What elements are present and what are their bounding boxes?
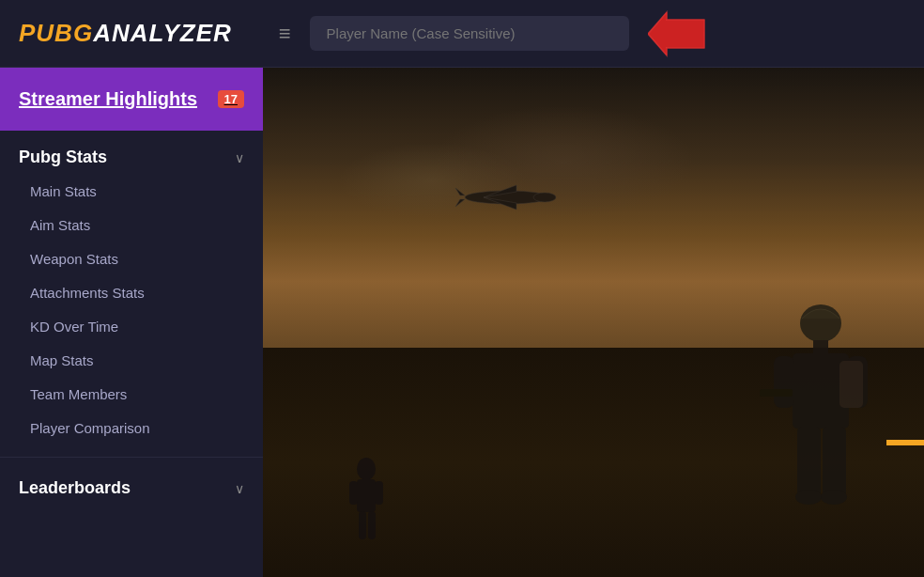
sidebar-item-team-members[interactable]: Team Members	[26, 378, 244, 412]
sidebar-divider	[0, 457, 263, 458]
team-members-label: Team Members	[30, 386, 127, 402]
sidebar: Streamer Highlights 17 Pubg Stats ∨ Main…	[0, 68, 263, 577]
sidebar-item-main-stats[interactable]: Main Stats	[26, 175, 244, 209]
background-scene	[263, 68, 924, 577]
small-figure-silhouette	[338, 455, 394, 549]
content-area	[263, 68, 924, 577]
svg-marker-5	[455, 188, 465, 195]
main-stats-label: Main Stats	[30, 183, 97, 199]
svg-rect-11	[774, 356, 794, 408]
sidebar-item-aim-stats[interactable]: Aim Stats	[26, 209, 244, 242]
svg-point-19	[357, 458, 376, 480]
leaderboards-title: Leaderboards	[19, 478, 131, 498]
svg-rect-14	[797, 427, 821, 497]
svg-marker-0	[648, 12, 704, 55]
leaderboards-header[interactable]: Leaderboards ∨	[19, 478, 244, 498]
sidebar-streamer-highlights-label: Streamer Highlights	[19, 88, 197, 110]
pubg-stats-title: Pubg Stats	[19, 148, 107, 167]
logo-analyzer: ANALYZER	[93, 19, 232, 48]
hamburger-icon[interactable]: ≡	[279, 22, 291, 46]
sidebar-item-map-stats[interactable]: Map Stats	[26, 344, 244, 378]
sidebar-item-player-comparison[interactable]: Player Comparison	[26, 412, 244, 445]
orange-accent-bar	[886, 440, 924, 445]
svg-rect-13	[760, 389, 793, 397]
streamer-highlights-badge: 17	[218, 90, 244, 108]
svg-point-17	[821, 490, 847, 505]
app-header: PUBG ANALYZER ≡	[0, 0, 924, 68]
svg-rect-15	[823, 427, 846, 497]
kd-over-time-label: KD Over Time	[30, 319, 118, 335]
map-stats-label: Map Stats	[30, 352, 94, 368]
main-layout: Streamer Highlights 17 Pubg Stats ∨ Main…	[0, 68, 924, 577]
svg-point-16	[795, 490, 822, 505]
sidebar-section-pubg-stats: Pubg Stats ∨ Main Stats Aim Stats Weapon…	[0, 131, 263, 453]
weapon-stats-label: Weapon Stats	[30, 251, 118, 267]
svg-rect-18	[839, 361, 863, 408]
attachments-stats-label: Attachments Stats	[30, 285, 145, 301]
leaderboards-chevron-icon: ∨	[235, 481, 244, 496]
sidebar-item-streamer-highlights[interactable]: Streamer Highlights 17	[0, 68, 263, 131]
red-arrow-icon	[648, 10, 714, 57]
sidebar-item-weapon-stats[interactable]: Weapon Stats	[26, 242, 244, 276]
sidebar-item-kd-over-time[interactable]: KD Over Time	[26, 310, 244, 344]
logo-pubg: PUBG	[19, 19, 93, 48]
character-silhouette	[755, 295, 868, 558]
app-logo[interactable]: PUBG ANALYZER	[19, 19, 232, 48]
svg-rect-21	[349, 481, 358, 505]
svg-marker-6	[455, 199, 465, 207]
search-input[interactable]	[310, 16, 629, 51]
arrow-indicator	[648, 10, 714, 57]
pubg-stats-list: Main Stats Aim Stats Weapon Stats Attach…	[19, 175, 244, 445]
svg-point-7	[533, 193, 556, 202]
airplane-icon	[451, 180, 563, 213]
pubg-stats-chevron-icon: ∨	[235, 150, 244, 165]
aim-stats-label: Aim Stats	[30, 217, 90, 233]
svg-rect-23	[359, 511, 366, 539]
player-comparison-label: Player Comparison	[30, 420, 150, 436]
svg-rect-20	[357, 479, 376, 512]
search-container	[310, 10, 905, 57]
svg-rect-22	[375, 481, 383, 505]
sidebar-item-attachments-stats[interactable]: Attachments Stats	[26, 276, 244, 310]
pubg-stats-header[interactable]: Pubg Stats ∨	[19, 148, 244, 167]
svg-rect-24	[368, 511, 376, 539]
svg-rect-9	[813, 340, 828, 354]
sidebar-section-leaderboards: Leaderboards ∨	[0, 461, 263, 513]
